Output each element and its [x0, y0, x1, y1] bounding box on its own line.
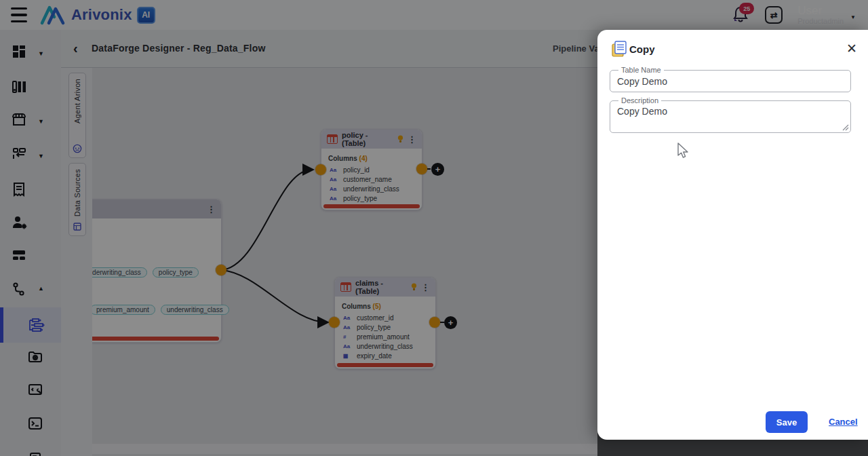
close-icon[interactable]: ✕ [845, 41, 859, 56]
mouse-cursor [677, 142, 690, 159]
description-label: Description [618, 96, 661, 104]
table-name-field-wrap: Table Name [610, 70, 851, 92]
description-textarea[interactable]: Copy Demo [610, 101, 850, 132]
table-name-label: Table Name [618, 66, 664, 74]
copy-drawer: Copy ✕ Table Name Description Copy Demo … [597, 30, 868, 440]
drawer-title: Copy [629, 43, 655, 55]
cancel-button[interactable]: Cancel [829, 417, 858, 427]
drawer-header: Copy ✕ [597, 30, 868, 68]
copy-icon [611, 40, 627, 58]
save-button[interactable]: Save [766, 411, 808, 433]
resize-grip-icon[interactable] [842, 124, 849, 131]
description-field-wrap: Description Copy Demo [610, 100, 851, 133]
